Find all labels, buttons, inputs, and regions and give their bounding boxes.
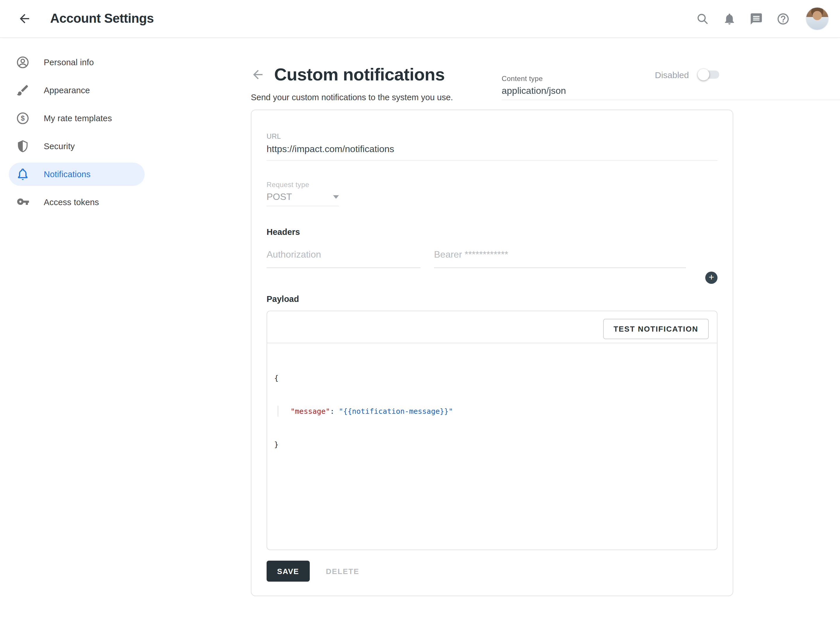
content-type-label: Content type [502,75,840,83]
key-icon [16,195,30,209]
section-title: Custom notifications [274,65,445,84]
sidebar-item-label: Notifications [44,170,91,179]
sidebar-item-label: Personal info [44,58,94,67]
svg-text:$: $ [21,114,25,122]
bell-icon [16,167,30,181]
account-settings-page: Account Settings [0,0,840,623]
sidebar-item-label: Access tokens [44,198,99,207]
sidebar-item-notifications[interactable]: Notifications [9,163,145,186]
sidebar-item-label: My rate templates [44,114,112,123]
header-name-input[interactable] [266,249,421,268]
notification-settings-card: URL Request type POST Content type appli… [251,110,733,596]
dollar-circle-icon: $ [16,111,30,125]
url-field-label: URL [266,132,717,140]
main-content: Custom notifications Disabled Send your … [251,37,734,596]
content-type-value: application/json [502,86,840,96]
notifications-button[interactable] [722,11,737,26]
sidebar-item-access-tokens[interactable]: Access tokens [9,190,145,214]
messages-button[interactable] [748,11,763,26]
settings-sidebar: Personal info Appearance $ My rate templ… [0,37,175,219]
code-line: "message": "{{notification-message}}" [274,406,717,417]
top-app-bar: Account Settings [0,0,840,38]
chat-icon [749,12,763,25]
bell-icon [723,12,736,25]
add-header-button[interactable]: + [705,272,717,284]
arrow-left-icon [251,68,265,81]
sidebar-item-label: Security [44,142,75,151]
save-button[interactable]: SAVE [266,561,309,582]
user-avatar[interactable] [806,7,829,30]
help-button[interactable] [775,11,791,26]
code-token-string: "{{notification-message}}" [339,407,453,416]
topbar-back-button[interactable] [16,11,33,27]
sidebar-item-personal-info[interactable]: Personal info [9,51,145,74]
code-line: } [274,439,717,450]
shield-icon [16,139,30,153]
search-icon [695,12,709,25]
section-back-button[interactable] [251,68,265,81]
brush-icon [16,83,30,97]
code-token: : [330,407,338,416]
request-type-select[interactable]: POST [266,192,339,202]
code-line: { [274,372,717,384]
code-token-key: "message" [291,407,330,416]
test-notification-button[interactable]: TEST NOTIFICATION [603,319,709,339]
code-token: } [274,440,278,449]
delete-button[interactable]: DELETE [322,566,363,576]
headers-section-label: Headers [266,227,717,236]
add-header-row: + [266,272,717,284]
content-type-group: Content type application/json [502,75,840,100]
sidebar-item-my-rate-templates[interactable]: $ My rate templates [9,107,145,130]
url-input[interactable] [266,144,717,155]
content-type-select[interactable]: application/json [502,86,840,96]
plus-icon: + [709,272,714,282]
request-type-group: Request type POST [266,181,339,206]
code-token: { [274,374,278,382]
sidebar-item-label: Appearance [44,86,90,95]
headers-row [266,249,717,268]
header-value-input[interactable] [434,249,686,268]
payload-editor-panel: TEST NOTIFICATION { "message": "{{notifi… [266,311,717,550]
page-title: Account Settings [50,11,154,26]
payload-section-label: Payload [266,294,717,304]
arrow-left-icon [17,12,31,26]
search-button[interactable] [695,11,710,26]
request-type-value: POST [266,192,328,202]
sidebar-item-security[interactable]: Security [9,135,145,158]
payload-toolbar: TEST NOTIFICATION [267,311,717,343]
type-row: Request type POST Content type applicati… [266,181,717,206]
chevron-down-icon [333,195,339,199]
topbar-actions [695,7,840,30]
indent-guide [278,406,278,417]
help-icon [776,12,789,25]
sidebar-item-appearance[interactable]: Appearance [9,79,145,102]
request-type-label: Request type [266,181,339,189]
payload-code-editor[interactable]: { "message": "{{notification-message}}" … [267,343,717,543]
person-circle-icon [16,55,30,69]
form-actions: SAVE DELETE [266,561,717,582]
url-field-group: URL [266,110,717,161]
